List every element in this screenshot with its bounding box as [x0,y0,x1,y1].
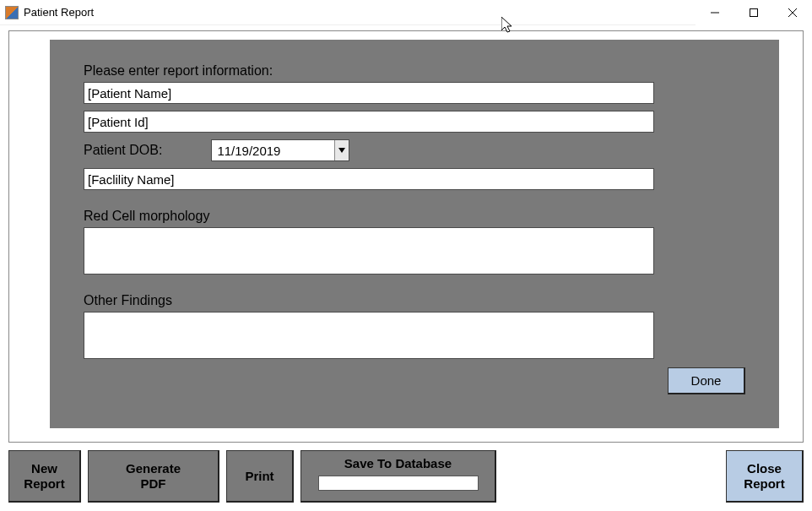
new-report-button[interactable]: NewReport [8,450,81,503]
window-title: Patient Report [24,6,94,19]
maximize-button[interactable] [734,0,773,25]
titlebar: Patient Report [0,0,812,25]
dob-dropdown-button[interactable] [334,140,349,160]
print-button[interactable]: Print [226,450,294,503]
save-progress-bar [318,476,479,491]
patient-name-input[interactable] [84,82,654,104]
minimize-button[interactable] [696,0,734,25]
other-findings-input[interactable] [84,312,654,359]
bottom-toolbar: NewReport GeneratePDF Print Save To Data… [8,450,804,503]
red-cell-label: Red Cell morphology [84,209,745,224]
save-to-database-label: Save To Database [344,456,452,470]
done-button[interactable]: Done [668,367,745,394]
window-controls [696,0,812,24]
done-row: Done [84,367,745,394]
other-findings-label: Other Findings [84,293,745,308]
close-window-button[interactable] [773,0,812,25]
close-report-button[interactable]: CloseReport [726,450,804,503]
form-header-label: Please enter report information: [84,63,745,79]
svg-marker-4 [338,148,345,153]
app-icon [5,6,19,19]
dob-value-input[interactable] [212,140,333,160]
facility-name-input[interactable] [84,168,654,190]
dob-row: Patient DOB: [84,139,745,161]
patient-id-input[interactable] [84,111,654,133]
dob-label: Patient DOB: [84,143,162,158]
toolbar-spacer [503,450,719,503]
content-frame: Please enter report information: Patient… [8,30,804,443]
svg-rect-1 [750,9,758,17]
red-cell-input[interactable] [84,227,654,275]
chevron-down-icon [338,148,345,153]
generate-pdf-button[interactable]: GeneratePDF [88,450,219,503]
save-to-database-button[interactable]: Save To Database [300,450,496,503]
dob-datepicker[interactable] [211,139,349,161]
form-panel: Please enter report information: Patient… [50,40,779,428]
